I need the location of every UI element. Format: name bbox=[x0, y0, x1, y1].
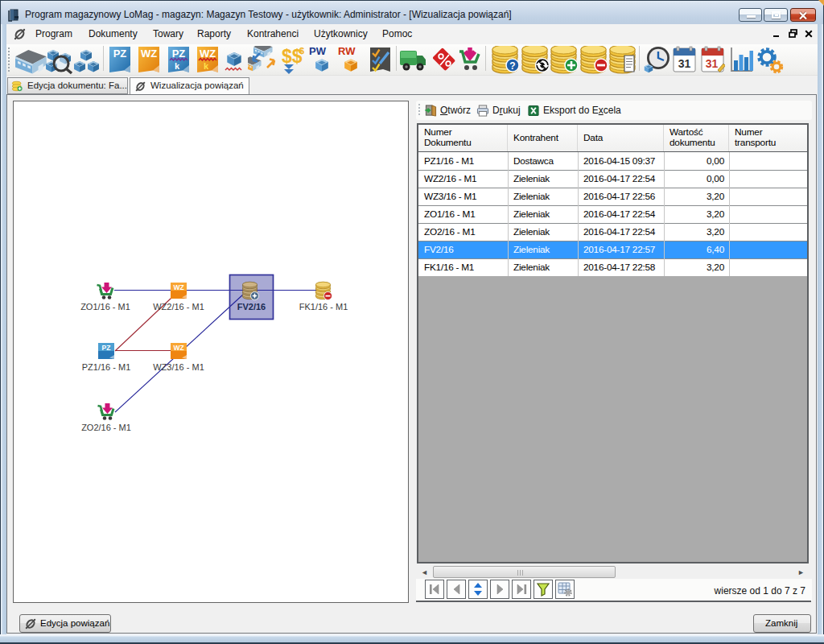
svg-text:ZO2/16 - M1: ZO2/16 - M1 bbox=[81, 423, 131, 432]
svg-text:FV2/16: FV2/16 bbox=[237, 302, 266, 312]
svg-text:k: k bbox=[204, 61, 209, 71]
svg-text:WZ3/16 - M1: WZ3/16 - M1 bbox=[153, 362, 204, 372]
svg-text:$: $ bbox=[299, 46, 304, 56]
svg-text:?: ? bbox=[509, 60, 515, 72]
svg-text:RW: RW bbox=[338, 46, 356, 57]
svg-text:WZ: WZ bbox=[173, 283, 183, 291]
svg-text:FK1/16 - M1: FK1/16 - M1 bbox=[299, 302, 348, 312]
svg-text:PZ1/16 - M1: PZ1/16 - M1 bbox=[82, 362, 131, 372]
svg-text:WZ2/16 - M1: WZ2/16 - M1 bbox=[153, 302, 204, 312]
svg-text:PZ: PZ bbox=[113, 47, 127, 60]
svg-text:31: 31 bbox=[678, 57, 691, 70]
svg-text:WZ: WZ bbox=[141, 47, 157, 60]
svg-text:ZO1/16 - M1: ZO1/16 - M1 bbox=[80, 302, 130, 312]
svg-text:PZ: PZ bbox=[102, 344, 111, 352]
svg-text:PW: PW bbox=[309, 46, 327, 57]
svg-text:31: 31 bbox=[706, 57, 719, 70]
svg-text:WZ: WZ bbox=[173, 344, 183, 352]
svg-text:k: k bbox=[175, 61, 180, 71]
